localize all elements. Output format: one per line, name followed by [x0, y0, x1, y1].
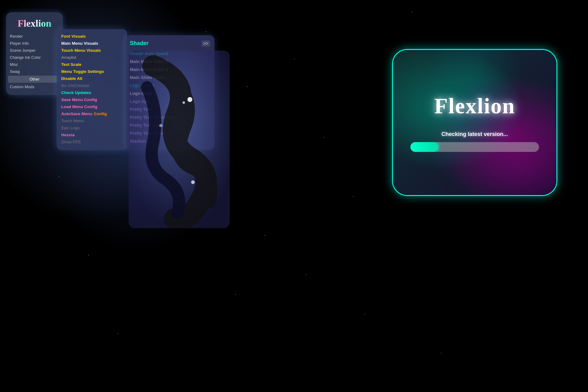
submenu-epic-logo[interactable]: Epic Logo: [57, 124, 127, 131]
shader-title: Shader: [130, 40, 149, 47]
loader-status-text: Checking latest version...: [441, 131, 508, 138]
shader-main-slider-color[interactable]: Main Slider Color: [126, 74, 214, 81]
shader-nav-btn[interactable]: >>: [202, 40, 210, 47]
shader-anim-speed[interactable]: Shader Anim Speed: [126, 50, 214, 58]
shader-pretty-text[interactable]: Pretty Text: [126, 105, 214, 113]
progress-bar-container: [410, 142, 539, 152]
shader-logo-color-0[interactable]: Logo Color 0: [126, 81, 214, 89]
shader-main-menu-color-1[interactable]: Main Menu Color 1: [126, 58, 214, 66]
menu-item-custom-mods[interactable]: Custom Mods: [6, 83, 63, 90]
shader-pretty-text-speed[interactable]: Pretty Text Speed: [126, 121, 214, 129]
submenu-arraylist[interactable]: Arraylist: [57, 54, 127, 61]
main-menu-logo: Flexlion: [6, 15, 63, 33]
submenu-text-scale[interactable]: Text Scale: [57, 61, 127, 68]
autosave-label-2: Config: [94, 111, 107, 116]
menu-item-scene-jumper[interactable]: Scene Jumper: [6, 47, 63, 54]
submenu-load-menu-config[interactable]: Load Menu Config: [57, 103, 127, 110]
logo-text: Flexlion: [17, 18, 51, 29]
menu-item-misc[interactable]: Misc: [6, 61, 63, 68]
submenu-show-fps[interactable]: Show FPS: [57, 138, 127, 145]
loader-content: Flexlion Checking latest version...: [393, 50, 556, 195]
submenu-touch-menu[interactable]: Touch Menu: [57, 117, 127, 124]
shader-starlion[interactable]: Starlion: [126, 137, 214, 145]
submenu-disable-all[interactable]: Disable All: [57, 75, 127, 82]
submenu-save-menu-config[interactable]: Save Menu Config: [57, 96, 127, 103]
submenu-touch-menu-visuals[interactable]: Touch Menu Visuals: [57, 47, 127, 54]
shader-header: Shader >>: [126, 39, 214, 50]
main-menu-panel: Flexlion Render Player Info Scene Jumper…: [6, 12, 63, 95]
menu-item-change-ink-color[interactable]: Change Ink Color: [6, 54, 63, 61]
sub-menu-panel: Font Visuals Main Menu Visuals Touch Men…: [57, 29, 127, 150]
loader-panel: Flexlion Checking latest version...: [392, 49, 557, 196]
submenu-no-ctrlchecker: No CtrlChecker: [57, 82, 127, 89]
shader-panel: Shader >> Shader Anim Speed Main Menu Co…: [126, 35, 214, 150]
submenu-font-visuals[interactable]: Font Visuals: [57, 33, 127, 40]
submenu-main-menu-visuals[interactable]: Main Menu Visuals: [57, 40, 127, 47]
submenu-check-updates[interactable]: Check Updates: [57, 89, 127, 96]
submenu-menu-toggle-settings[interactable]: Menu Toggle Settings: [57, 68, 127, 75]
autosave-label-1: AutoSave Menu: [61, 111, 92, 116]
shader-logo-color-1[interactable]: Logo Color 1: [126, 89, 214, 97]
menu-item-other[interactable]: Other: [8, 76, 61, 83]
loader-logo: Flexlion: [434, 93, 515, 119]
shader-logo-spin[interactable]: Logo Spin: [126, 97, 214, 105]
svg-point-3: [191, 180, 195, 184]
menu-item-player-info[interactable]: Player Info: [6, 40, 63, 47]
progress-bar-fill: [410, 142, 439, 152]
menu-item-swag[interactable]: Swag: [6, 68, 63, 75]
submenu-hexxia[interactable]: Hexxia: [57, 131, 127, 138]
shader-pretty-text-offset[interactable]: Pretty Text Offset: [126, 129, 214, 137]
menu-item-render[interactable]: Render: [6, 33, 63, 40]
shader-main-menu-color-2[interactable]: Main Menu Color 2: [126, 66, 214, 74]
shader-pretty-text-saturation[interactable]: Pretty Text Saturation: [126, 113, 214, 121]
submenu-autosave-row[interactable]: AutoSave Menu Config: [57, 110, 127, 117]
